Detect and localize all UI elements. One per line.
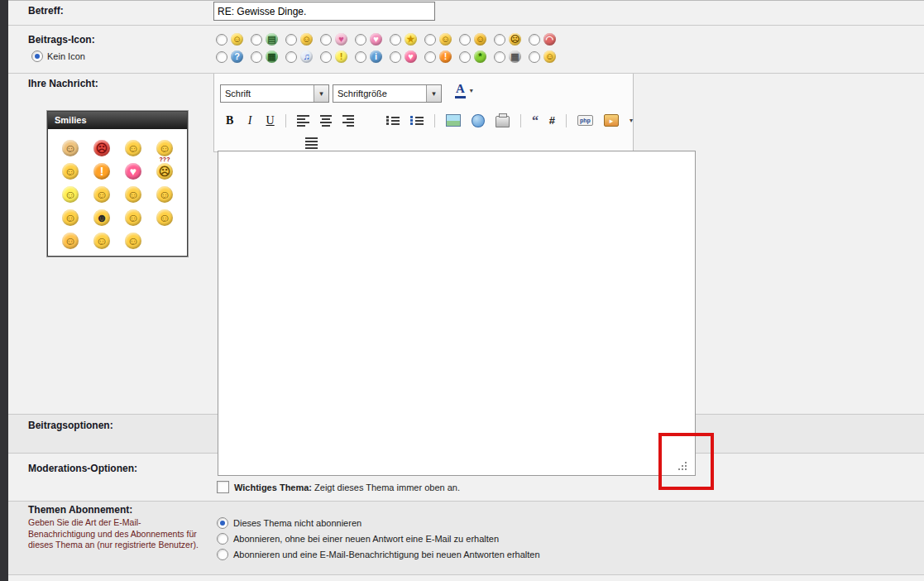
php-button[interactable]: php: [577, 115, 593, 126]
question-icon[interactable]: ?: [231, 50, 243, 63]
pink-flower-icon[interactable]: ♥: [335, 33, 347, 46]
post-icon-radio[interactable]: [390, 51, 401, 63]
post-icon-option[interactable]: ☺: [424, 33, 452, 46]
smiley-wink[interactable]: ☺: [62, 156, 79, 180]
info-icon[interactable]: i: [370, 50, 382, 63]
unordered-list-button[interactable]: [410, 117, 424, 125]
star-icon[interactable]: ★: [405, 33, 417, 46]
font-color-button[interactable]: A ▾: [455, 83, 473, 98]
post-icon-option[interactable]: ♥: [390, 50, 417, 63]
smiley-tongue[interactable]: ☺: [156, 203, 173, 226]
subscription-radio[interactable]: [217, 549, 228, 560]
subscription-radio[interactable]: [217, 533, 228, 545]
post-icon-radio[interactable]: [285, 34, 297, 46]
post-icon-radio[interactable]: [424, 51, 436, 63]
ordered-list-button[interactable]: [386, 117, 400, 125]
chevron-down-icon[interactable]: ▾: [426, 85, 441, 102]
sticky-topic-option[interactable]: Wichtiges Thema: Zeigt dieses Thema imme…: [217, 481, 460, 493]
post-icon-radio[interactable]: [459, 34, 471, 46]
post-icon-option[interactable]: ♥: [355, 33, 382, 46]
chevron-down-icon[interactable]: ▾: [630, 117, 633, 124]
screen-icon[interactable]: ▦: [266, 50, 278, 63]
smiley-idea[interactable]: ☺: [62, 180, 79, 203]
smiley-smile[interactable]: ☺: [125, 133, 141, 156]
post-icon-radio[interactable]: [320, 34, 332, 46]
post-icon-option[interactable]: ▦: [251, 50, 278, 63]
smiley-smile2[interactable]: ☺: [93, 226, 110, 249]
rainbow-icon[interactable]: ◠: [543, 33, 556, 46]
smiley-grin[interactable]: ☺: [125, 203, 141, 226]
subscription-option[interactable]: Abonnieren, ohne bei einer neuen Antwort…: [217, 533, 540, 545]
post-icon-radio[interactable]: [285, 51, 297, 63]
message-textarea[interactable]: [218, 151, 696, 476]
post-icon-none-option[interactable]: Kein Icon: [31, 50, 85, 62]
smiley-lol[interactable]: ☺: [156, 133, 173, 156]
box-icon[interactable]: ▦: [509, 50, 521, 63]
size-select[interactable]: Schriftgröße ▾: [333, 84, 442, 103]
wink-icon[interactable]: ☺: [439, 33, 452, 46]
video-button[interactable]: ▸: [604, 114, 619, 127]
biggrin-icon[interactable]: ☺: [231, 33, 243, 46]
italic-button[interactable]: I: [245, 114, 254, 127]
exclaim-icon[interactable]: !: [439, 50, 452, 63]
cool-icon[interactable]: ☺: [474, 33, 486, 46]
align-center-button[interactable]: [320, 115, 332, 127]
align-right-button[interactable]: [342, 115, 354, 127]
sad-icon[interactable]: ☹: [509, 33, 521, 46]
sticky-topic-checkbox[interactable]: [217, 481, 229, 493]
post-icon-radio[interactable]: [216, 51, 227, 63]
post-icon-option[interactable]: !: [320, 50, 347, 63]
post-icon-option[interactable]: i: [355, 50, 382, 63]
post-icon-option[interactable]: ★: [390, 33, 417, 46]
post-icon-option[interactable]: ☺: [529, 50, 556, 63]
align-justify-button[interactable]: [305, 137, 318, 149]
bold-button[interactable]: B: [225, 114, 234, 127]
smiley-heart[interactable]: ♥: [125, 156, 141, 180]
post-icon-radio[interactable]: [216, 34, 227, 46]
post-icon-radio[interactable]: [424, 34, 436, 46]
smiley-confused[interactable]: ??? ☹: [156, 156, 173, 180]
post-icon-option[interactable]: ◠: [529, 33, 556, 46]
insert-link-button[interactable]: [472, 114, 484, 127]
smiley-happy[interactable]: ☺: [125, 180, 141, 203]
smiley-mad[interactable]: ☹: [93, 133, 110, 156]
post-icon-radio[interactable]: [355, 34, 366, 46]
kein-icon-radio[interactable]: [31, 50, 43, 62]
post-icon-radio[interactable]: [459, 51, 471, 63]
post-icon-option[interactable]: ♥: [320, 33, 347, 46]
insert-image-button[interactable]: [446, 114, 461, 127]
idea-icon[interactable]: !: [335, 50, 347, 63]
smiley-sweat[interactable]: ☺: [156, 180, 173, 203]
film-icon[interactable]: ▤: [266, 33, 278, 46]
subscription-radio[interactable]: [217, 517, 228, 529]
music-icon[interactable]: ♫: [300, 50, 313, 63]
post-icon-radio[interactable]: [251, 34, 262, 46]
post-icon-radio[interactable]: [251, 51, 262, 63]
post-icon-radio[interactable]: [494, 34, 505, 46]
post-icon-radio[interactable]: [529, 34, 540, 46]
post-icon-option[interactable]: ☺: [459, 33, 486, 46]
subscription-option[interactable]: Abonnieren und eine E-Mail-Benachrichtig…: [217, 549, 540, 560]
print-button[interactable]: [496, 116, 510, 127]
smile-icon[interactable]: ☺: [300, 33, 313, 46]
post-icon-option[interactable]: ♫: [285, 50, 313, 63]
post-icon-option[interactable]: *: [459, 50, 486, 63]
chevron-down-icon[interactable]: ▾: [470, 87, 473, 94]
smiley-cool[interactable]: ☻: [93, 203, 110, 226]
post-icon-option[interactable]: !: [424, 50, 452, 63]
code-button[interactable]: #: [549, 114, 555, 127]
post-icon-option[interactable]: ?: [216, 50, 243, 63]
chevron-down-icon[interactable]: ▾: [314, 85, 328, 102]
smile2-icon[interactable]: ☺: [543, 50, 556, 63]
smiley-monkey[interactable]: ☺: [62, 133, 79, 156]
underline-button[interactable]: U: [266, 114, 275, 127]
subscription-option[interactable]: Dieses Thema nicht abonnieren: [217, 517, 540, 529]
post-icon-radio[interactable]: [529, 51, 540, 63]
post-icon-option[interactable]: ☺: [216, 33, 243, 46]
smiley-smirk[interactable]: ☺: [93, 180, 110, 203]
post-icon-option[interactable]: ☺: [285, 33, 313, 46]
post-icon-radio[interactable]: [494, 51, 505, 63]
quote-button[interactable]: “: [532, 115, 539, 127]
font-select[interactable]: Schrift ▾: [220, 84, 329, 103]
post-icon-radio[interactable]: [355, 51, 366, 63]
